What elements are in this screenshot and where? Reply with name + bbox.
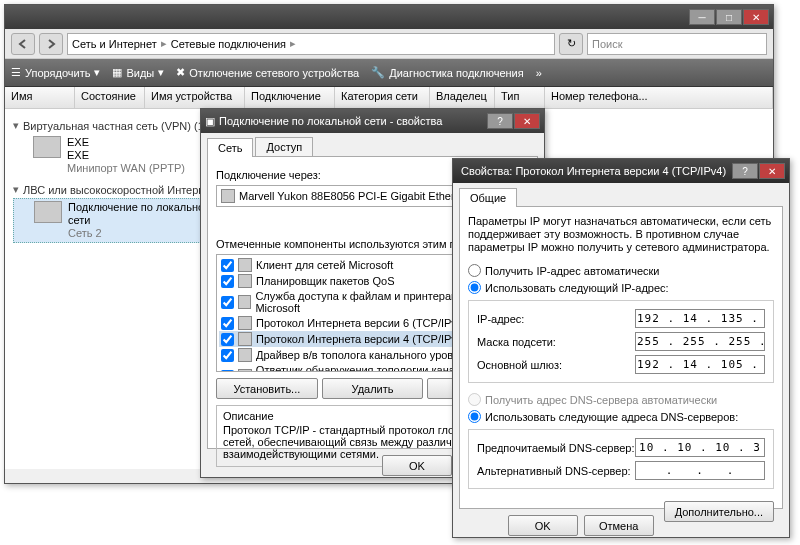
ipv4-properties-dialog: Свойства: Протокол Интернета версии 4 (T… — [452, 158, 790, 538]
breadcrumb[interactable]: Сеть и Интернет ▸ Сетевые подключения ▸ — [67, 33, 555, 55]
ok-button[interactable]: OK — [382, 455, 452, 476]
uninstall-button[interactable]: Удалить — [322, 378, 424, 399]
back-button[interactable] — [11, 33, 35, 55]
col-phone[interactable]: Номер телефона... — [545, 87, 773, 108]
chevron-down-icon: ▾ — [158, 66, 164, 79]
component-checkbox[interactable] — [221, 333, 234, 346]
ip-fields-group: IP-адрес: Маска подсети: Основной шлюз: — [468, 300, 774, 383]
breadcrumb-segment[interactable]: Сеть и Интернет — [72, 38, 157, 50]
connection-icon — [33, 136, 61, 158]
dialog-titlebar[interactable]: ▣ Подключение по локальной сети - свойст… — [201, 109, 544, 133]
views-icon: ▦ — [112, 66, 122, 79]
nav-bar: Сеть и Интернет ▸ Сетевые подключения ▸ … — [5, 29, 773, 59]
col-state[interactable]: Состояние — [75, 87, 145, 108]
radio-manual-dns[interactable]: Использовать следующие адреса DNS-сервер… — [468, 408, 774, 425]
col-owner[interactable]: Владелец — [430, 87, 495, 108]
col-name[interactable]: Имя — [5, 87, 75, 108]
help-button[interactable]: ? — [487, 113, 513, 129]
service-icon — [238, 274, 252, 288]
col-device[interactable]: Имя устройства — [145, 87, 245, 108]
maximize-button[interactable]: □ — [716, 9, 742, 25]
chevron-down-icon: ▾ — [94, 66, 100, 79]
connection-icon — [34, 201, 62, 223]
disable-device-button[interactable]: ✖ Отключение сетевого устройства — [176, 66, 359, 79]
radio-input[interactable] — [468, 410, 481, 423]
radio-input — [468, 393, 481, 406]
dialog-titlebar[interactable]: Свойства: Протокол Интернета версии 4 (T… — [453, 159, 789, 183]
search-input[interactable]: Поиск — [587, 33, 767, 55]
tab-sharing[interactable]: Доступ — [255, 137, 313, 156]
close-button[interactable]: ✕ — [514, 113, 540, 129]
dialog-title: Свойства: Протокол Интернета версии 4 (T… — [457, 165, 732, 177]
info-text: Параметры IP могут назначаться автоматич… — [468, 215, 774, 254]
close-button[interactable]: ✕ — [759, 163, 785, 179]
nic-icon — [221, 189, 235, 203]
chevron-down-icon: ▾ — [13, 119, 19, 132]
forward-button[interactable] — [39, 33, 63, 55]
app-icon: ▣ — [205, 115, 215, 128]
component-checkbox[interactable] — [221, 317, 234, 330]
dns1-label: Предпочитаемый DNS-сервер: — [477, 442, 634, 454]
component-checkbox[interactable] — [221, 259, 234, 272]
component-checkbox[interactable] — [221, 296, 234, 309]
client-icon — [238, 258, 252, 272]
chevron-down-icon: ▾ — [13, 183, 19, 196]
preferred-dns-input[interactable] — [635, 438, 765, 457]
views-button[interactable]: ▦ Виды ▾ — [112, 66, 164, 79]
component-checkbox[interactable] — [221, 275, 234, 288]
cancel-button[interactable]: Отмена — [584, 515, 654, 536]
subnet-mask-input[interactable] — [635, 332, 765, 351]
organize-icon: ☰ — [11, 66, 21, 79]
responder-icon — [238, 369, 252, 372]
radio-auto-dns: Получить адрес DNS-сервера автоматически — [468, 391, 774, 408]
organize-button[interactable]: ☰ Упорядочить ▾ — [11, 66, 100, 79]
column-headers: Имя Состояние Имя устройства Подключение… — [5, 87, 773, 109]
component-checkbox[interactable] — [221, 349, 234, 362]
component-checkbox[interactable] — [221, 370, 234, 373]
mask-label: Маска подсети: — [477, 336, 556, 348]
help-button[interactable]: ? — [732, 163, 758, 179]
chevron-right-icon: » — [536, 67, 542, 79]
protocol-icon — [238, 332, 252, 346]
tab-strip: Общие — [459, 187, 783, 207]
protocol-icon — [238, 316, 252, 330]
minimize-button[interactable]: ─ — [689, 9, 715, 25]
tab-network[interactable]: Сеть — [207, 138, 253, 157]
radio-auto-ip[interactable]: Получить IP-адрес автоматически — [468, 262, 774, 279]
radio-input[interactable] — [468, 281, 481, 294]
diagnose-icon: 🔧 — [371, 66, 385, 79]
col-type[interactable]: Тип — [495, 87, 545, 108]
chevron-right-icon: ▸ — [290, 37, 296, 50]
ok-button[interactable]: OK — [508, 515, 578, 536]
radio-manual-ip[interactable]: Использовать следующий IP-адрес: — [468, 279, 774, 296]
tab-strip: Сеть Доступ — [207, 137, 538, 157]
chevron-right-icon: ▸ — [161, 37, 167, 50]
refresh-button[interactable]: ↻ — [559, 33, 583, 55]
ip-label: IP-адрес: — [477, 313, 524, 325]
col-conn[interactable]: Подключение — [245, 87, 335, 108]
install-button[interactable]: Установить... — [216, 378, 318, 399]
close-button[interactable]: ✕ — [743, 9, 769, 25]
tab-panel: Параметры IP могут назначаться автоматич… — [459, 207, 783, 509]
explorer-titlebar[interactable]: ─ □ ✕ — [5, 5, 773, 29]
diagnose-button[interactable]: 🔧 Диагностика подключения — [371, 66, 523, 79]
radio-input[interactable] — [468, 264, 481, 277]
breadcrumb-segment[interactable]: Сетевые подключения — [171, 38, 286, 50]
close-icon: ✖ — [176, 66, 185, 79]
service-icon — [238, 295, 251, 309]
tab-general[interactable]: Общие — [459, 188, 517, 207]
command-bar: ☰ Упорядочить ▾ ▦ Виды ▾ ✖ Отключение се… — [5, 59, 773, 87]
dns2-label: Альтернативный DNS-сервер: — [477, 465, 631, 477]
gateway-label: Основной шлюз: — [477, 359, 562, 371]
dialog-title: Подключение по локальной сети - свойства — [215, 115, 487, 127]
gateway-input[interactable] — [635, 355, 765, 374]
col-cat[interactable]: Категория сети — [335, 87, 430, 108]
driver-icon — [238, 348, 252, 362]
dns-fields-group: Предпочитаемый DNS-сервер: Альтернативны… — [468, 429, 774, 489]
ip-address-input[interactable] — [635, 309, 765, 328]
alternate-dns-input[interactable] — [635, 461, 765, 480]
advanced-button[interactable]: Дополнительно... — [664, 501, 774, 522]
